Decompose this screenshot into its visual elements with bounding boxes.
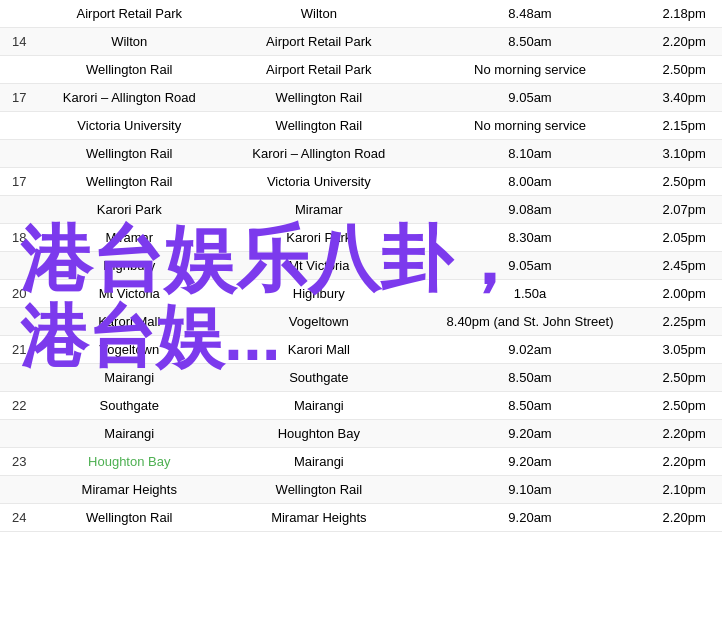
row-to: Karori – Allington Road <box>224 140 414 168</box>
row-from: Vogeltown <box>34 336 224 364</box>
row-from: Houghton Bay <box>34 448 224 476</box>
row-morning: No morning service <box>414 112 647 140</box>
row-afternoon: 3.10pm <box>646 140 722 168</box>
row-afternoon: 2.20pm <box>646 28 722 56</box>
row-id <box>0 420 34 448</box>
row-id <box>0 140 34 168</box>
row-from: Wellington Rail <box>34 168 224 196</box>
row-to: Miramar <box>224 196 414 224</box>
row-morning: No morning service <box>414 56 647 84</box>
table-row: 20Mt VictoriaHighbury1.50a2.00pm <box>0 280 722 308</box>
row-morning: 9.20am <box>414 448 647 476</box>
row-morning: 9.02am <box>414 336 647 364</box>
row-to: Mairangi <box>224 448 414 476</box>
row-to: Houghton Bay <box>224 420 414 448</box>
row-id: 20 <box>0 280 34 308</box>
row-morning: 8.30am <box>414 224 647 252</box>
row-morning: 8.50am <box>414 392 647 420</box>
row-afternoon: 2.10pm <box>646 476 722 504</box>
row-to: Wellington Rail <box>224 476 414 504</box>
table-row: 14WiltonAirport Retail Park8.50am2.20pm <box>0 28 722 56</box>
row-from: Airport Retail Park <box>34 0 224 28</box>
row-morning: 8.10am <box>414 140 647 168</box>
row-to: Southgate <box>224 364 414 392</box>
row-id: 24 <box>0 504 34 532</box>
row-from: Mairangi <box>34 364 224 392</box>
table-row: 18MiramarKarori Park8.30am2.05pm <box>0 224 722 252</box>
table-row: Karori MallVogeltown8.40pm (and St. John… <box>0 308 722 336</box>
table-row: MairangiHoughton Bay9.20am2.20pm <box>0 420 722 448</box>
row-afternoon: 3.40pm <box>646 84 722 112</box>
row-id <box>0 112 34 140</box>
row-morning: 8.00am <box>414 168 647 196</box>
row-to: Wellington Rail <box>224 112 414 140</box>
row-from: Highbury <box>34 252 224 280</box>
row-id: 17 <box>0 84 34 112</box>
row-morning: 8.40pm (and St. John Street) <box>414 308 647 336</box>
row-id: 22 <box>0 392 34 420</box>
row-from: Southgate <box>34 392 224 420</box>
row-from: Mt Victoria <box>34 280 224 308</box>
row-id <box>0 0 34 28</box>
row-from: Mairangi <box>34 420 224 448</box>
row-to: Wilton <box>224 0 414 28</box>
row-afternoon: 2.18pm <box>646 0 722 28</box>
row-from: Karori Park <box>34 196 224 224</box>
table-row: 17Karori – Allington RoadWellington Rail… <box>0 84 722 112</box>
table-row: 22SouthgateMairangi8.50am2.50pm <box>0 392 722 420</box>
row-afternoon: 2.20pm <box>646 504 722 532</box>
row-morning: 9.10am <box>414 476 647 504</box>
row-id: 18 <box>0 224 34 252</box>
row-to: Mairangi <box>224 392 414 420</box>
row-to: Karori Park <box>224 224 414 252</box>
row-afternoon: 2.50pm <box>646 56 722 84</box>
row-from: Wellington Rail <box>34 56 224 84</box>
row-afternoon: 2.20pm <box>646 448 722 476</box>
row-afternoon: 3.05pm <box>646 336 722 364</box>
row-morning: 1.50a <box>414 280 647 308</box>
row-from: Wellington Rail <box>34 504 224 532</box>
row-morning: 9.05am <box>414 84 647 112</box>
row-from: Miramar Heights <box>34 476 224 504</box>
row-afternoon: 2.50pm <box>646 364 722 392</box>
table-row: 24Wellington RailMiramar Heights9.20am2.… <box>0 504 722 532</box>
row-to: Karori Mall <box>224 336 414 364</box>
row-to: Victoria University <box>224 168 414 196</box>
row-to: Vogeltown <box>224 308 414 336</box>
row-afternoon: 2.20pm <box>646 420 722 448</box>
row-id <box>0 252 34 280</box>
table-row: Wellington RailKarori – Allington Road8.… <box>0 140 722 168</box>
row-from: Karori Mall <box>34 308 224 336</box>
row-from: Wellington Rail <box>34 140 224 168</box>
table-row: 21VogeltownKarori Mall9.02am3.05pm <box>0 336 722 364</box>
row-id <box>0 364 34 392</box>
row-afternoon: 2.50pm <box>646 168 722 196</box>
row-id <box>0 476 34 504</box>
row-id: 17 <box>0 168 34 196</box>
row-afternoon: 2.05pm <box>646 224 722 252</box>
row-id: 14 <box>0 28 34 56</box>
row-id: 21 <box>0 336 34 364</box>
row-afternoon: 2.45pm <box>646 252 722 280</box>
row-id <box>0 308 34 336</box>
row-morning: 8.50am <box>414 28 647 56</box>
table-row: Karori ParkMiramar9.08am2.07pm <box>0 196 722 224</box>
row-id <box>0 196 34 224</box>
row-afternoon: 2.07pm <box>646 196 722 224</box>
timetable: Airport Retail ParkWilton8.48am2.18pm14W… <box>0 0 722 532</box>
table-row: Miramar HeightsWellington Rail9.10am2.10… <box>0 476 722 504</box>
row-morning: 8.50am <box>414 364 647 392</box>
row-afternoon: 2.50pm <box>646 392 722 420</box>
row-morning: 8.48am <box>414 0 647 28</box>
row-to: Mt Victoria <box>224 252 414 280</box>
row-id: 23 <box>0 448 34 476</box>
row-to: Wellington Rail <box>224 84 414 112</box>
row-afternoon: 2.25pm <box>646 308 722 336</box>
row-id <box>0 56 34 84</box>
row-from: Victoria University <box>34 112 224 140</box>
row-morning: 9.20am <box>414 420 647 448</box>
row-from: Wilton <box>34 28 224 56</box>
row-to: Highbury <box>224 280 414 308</box>
row-to: Airport Retail Park <box>224 28 414 56</box>
table-row: Wellington RailAirport Retail ParkNo mor… <box>0 56 722 84</box>
